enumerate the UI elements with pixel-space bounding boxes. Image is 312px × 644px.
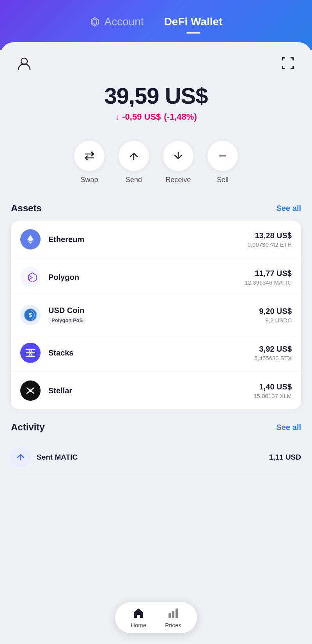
swap-label: Swap (80, 176, 98, 184)
activity-sent-name: Sent MATIC (37, 453, 269, 462)
send-label: Send (126, 176, 142, 184)
activity-see-all[interactable]: See all (277, 423, 301, 432)
header-tabs: Account DeFi Wallet (0, 12, 312, 31)
assets-header: Assets See all (11, 203, 301, 214)
balance-change-text: -0,59 US$ (122, 112, 161, 122)
svg-rect-12 (176, 609, 178, 618)
profile-button[interactable] (14, 53, 34, 73)
sell-icon (207, 141, 238, 171)
receive-label: Receive (165, 176, 191, 184)
asset-usdc[interactable]: $ USD Coin Polygon PoS 9,20 US$ 9,2 USDC (11, 296, 301, 334)
scan-button[interactable] (278, 53, 298, 73)
account-tab-label: Account (104, 16, 144, 28)
assets-card: Ethereum 13,28 US$ 0,00730742 ETH Polygo… (11, 221, 301, 409)
prices-label: Prices (165, 622, 181, 628)
polygon-amount: 12,396346 MATIC (245, 279, 292, 286)
ethereum-usd: 13,28 US$ (248, 231, 292, 240)
home-label: Home (131, 622, 146, 628)
sell-action[interactable]: Sell (207, 141, 238, 184)
ethereum-info: Ethereum (48, 235, 248, 244)
receive-icon (163, 141, 193, 171)
send-icon (119, 141, 149, 171)
polygon-name: Polygon (48, 273, 245, 282)
balance-amount: 39,59 US$ (8, 83, 304, 109)
usdc-name: USD Coin (48, 306, 259, 315)
activity-header: Activity See all (11, 422, 301, 433)
swap-action[interactable]: Swap (74, 141, 105, 184)
activity-sent-value: 1,11 USD (269, 453, 301, 462)
assets-section: Assets See all Ethereum 13,28 US$ 0,0073… (0, 192, 312, 409)
action-buttons: Swap Send Receive (0, 125, 312, 192)
bottom-nav: Home Prices (115, 602, 197, 633)
svg-text:$: $ (29, 312, 32, 318)
usdc-icon: $ (20, 305, 41, 325)
usdc-info: USD Coin Polygon PoS (48, 306, 259, 324)
nav-prices[interactable]: Prices (165, 607, 181, 628)
stacks-values: 3,92 US$ 5,455633 STX (254, 345, 292, 361)
activity-section: Activity See all Sent MATIC 1,11 USD (0, 409, 312, 475)
usdc-values: 9,20 US$ 9,2 USDC (259, 307, 292, 324)
top-bar (0, 42, 312, 73)
balance-change: ↓ -0,59 US$ (-1,48%) (8, 112, 304, 122)
change-arrow-icon: ↓ (115, 113, 119, 122)
account-tab-icon (89, 16, 100, 27)
tab-defi[interactable]: DeFi Wallet (158, 12, 229, 31)
stellar-icon (20, 380, 41, 401)
asset-stellar[interactable]: Stellar 1,40 US$ 15,00137 XLM (11, 372, 301, 409)
tab-account[interactable]: Account (83, 12, 150, 31)
asset-polygon[interactable]: Polygon 11,77 US$ 12,396346 MATIC (11, 258, 301, 296)
activity-sent-icon (11, 448, 30, 467)
usdc-amount: 9,2 USDC (259, 317, 292, 324)
main-card: 39,59 US$ ↓ -0,59 US$ (-1,48%) Swap (0, 42, 312, 644)
stacks-name: Stacks (48, 349, 254, 357)
home-icon (132, 607, 145, 619)
stellar-values: 1,40 US$ 15,00137 XLM (254, 382, 292, 399)
stellar-info: Stellar (48, 386, 254, 395)
asset-stacks[interactable]: Stacks 3,92 US$ 5,455633 STX (11, 334, 301, 372)
svg-rect-10 (168, 613, 171, 618)
ethereum-icon (20, 229, 41, 249)
defi-tab-label: DeFi Wallet (164, 16, 223, 28)
polygon-values: 11,77 US$ 12,396346 MATIC (245, 269, 292, 286)
balance-change-pct: (-1,48%) (164, 112, 197, 122)
prices-icon (167, 607, 179, 619)
svg-point-2 (21, 58, 27, 64)
balance-section: 39,59 US$ ↓ -0,59 US$ (-1,48%) (0, 73, 312, 125)
activity-title: Activity (11, 422, 45, 433)
polygon-icon (20, 267, 41, 287)
sell-label: Sell (217, 176, 229, 184)
stacks-icon (20, 343, 41, 363)
svg-marker-3 (27, 235, 34, 241)
stellar-name: Stellar (48, 386, 254, 395)
assets-see-all[interactable]: See all (277, 204, 301, 213)
receive-action[interactable]: Receive (163, 141, 193, 184)
svg-point-9 (29, 389, 32, 392)
polygon-info: Polygon (48, 273, 245, 282)
usdc-usd: 9,20 US$ (259, 307, 292, 316)
usdc-badge: Polygon PoS (48, 317, 86, 324)
stellar-amount: 15,00137 XLM (254, 393, 292, 399)
stacks-usd: 3,92 US$ (254, 345, 292, 354)
nav-home[interactable]: Home (131, 607, 146, 628)
svg-marker-1 (93, 19, 97, 25)
stacks-amount: 5,455633 STX (254, 355, 292, 361)
activity-sent-info: Sent MATIC (37, 453, 269, 462)
ethereum-values: 13,28 US$ 0,00730742 ETH (248, 231, 292, 248)
send-action[interactable]: Send (119, 141, 149, 184)
ethereum-amount: 0,00730742 ETH (248, 241, 292, 248)
assets-title: Assets (11, 203, 42, 214)
stacks-info: Stacks (48, 349, 254, 357)
asset-ethereum[interactable]: Ethereum 13,28 US$ 0,00730742 ETH (11, 221, 301, 258)
activity-sent-matic[interactable]: Sent MATIC 1,11 USD (11, 440, 301, 475)
stellar-usd: 1,40 US$ (254, 382, 292, 391)
swap-icon (74, 141, 105, 171)
ethereum-name: Ethereum (48, 235, 248, 244)
polygon-usd: 11,77 US$ (245, 269, 292, 278)
svg-rect-11 (172, 611, 174, 618)
